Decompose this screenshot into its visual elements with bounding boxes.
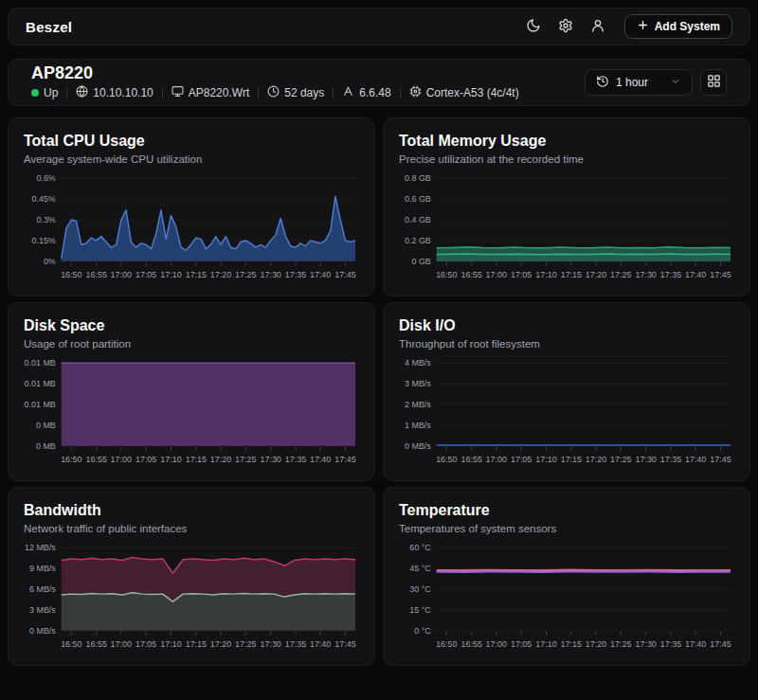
x-tick-label: 17:20	[586, 639, 606, 649]
settings-button[interactable]	[552, 13, 579, 40]
globe-icon	[76, 85, 88, 100]
chevron-down-icon	[670, 76, 681, 90]
y-tick-label: 0.01 MB	[25, 358, 56, 368]
chart-subtitle: Temperatures of system sensors	[399, 523, 734, 534]
nav-actions: Add System	[520, 13, 732, 40]
plus-icon	[637, 19, 649, 34]
s1-line	[437, 247, 731, 248]
x-tick-label: 17:45	[334, 270, 355, 279]
x-tick-label: 17:45	[334, 639, 355, 649]
cpu-usage-card: Total CPU Usage Average system-wide CPU …	[8, 117, 375, 296]
memory-usage-chart[interactable]: 0 GB0.2 GB0.4 GB0.6 GB0.8 GB16:5016:5517…	[399, 171, 734, 286]
x-tick-label: 17:25	[235, 455, 256, 464]
status-dot-icon	[31, 89, 39, 97]
chart-subtitle: Average system-wide CPU utilization	[24, 153, 359, 165]
chart-title: Total Memory Usage	[399, 132, 734, 151]
divider	[400, 87, 401, 99]
add-system-button[interactable]: Add System	[624, 14, 732, 39]
x-tick-label: 17:20	[586, 270, 606, 279]
system-info: AP8220 Up 10.10.10.10	[31, 64, 519, 101]
x-tick-label: 17:45	[710, 270, 731, 279]
chart-subtitle: Network traffic of public interfaces	[24, 523, 359, 534]
y-tick-label: 0.8 GB	[405, 173, 431, 183]
cpu-area	[62, 196, 355, 261]
x-tick-label: 16:55	[461, 270, 482, 279]
brand-logo[interactable]: Beszel	[26, 19, 72, 35]
y-tick-label: 3 MB/s	[405, 379, 431, 388]
clock-icon	[267, 85, 280, 100]
x-tick-label: 17:10	[535, 639, 556, 649]
x-tick-label: 17:20	[210, 455, 231, 464]
x-tick-label: 17:15	[561, 639, 582, 649]
x-tick-label: 17:35	[660, 455, 681, 464]
x-tick-label: 17:25	[235, 639, 256, 649]
version-icon	[342, 85, 354, 100]
y-tick-label: 60 °C	[409, 543, 431, 552]
y-tick-label: 0.6%	[36, 173, 55, 183]
y-tick-label: 15 °C	[409, 605, 431, 615]
x-tick-label: 17:00	[486, 270, 507, 279]
y-tick-label: 12 MB/s	[25, 543, 56, 552]
x-tick-label: 17:00	[486, 639, 507, 649]
x-tick-label: 17:25	[610, 455, 631, 464]
chart-title: Disk I/O	[399, 316, 734, 335]
system-cpu-model: Cortex-A53 (4c/4t)	[409, 85, 519, 100]
chart-layout-button[interactable]	[700, 69, 727, 96]
system-version: 6.6.48	[342, 85, 390, 100]
divider	[162, 87, 163, 99]
x-tick-label: 16:50	[61, 270, 81, 279]
time-range-select[interactable]: 1 hour	[585, 69, 693, 96]
x-tick-label: 16:50	[436, 639, 457, 649]
bandwidth-chart[interactable]: 0 MB/s3 MB/s6 MB/s9 MB/s12 MB/s16:5016:5…	[24, 540, 359, 655]
x-tick-label: 16:55	[86, 639, 107, 649]
x-tick-label: 16:55	[86, 270, 107, 279]
x-tick-label: 17:00	[111, 270, 132, 279]
user-menu-button[interactable]	[585, 13, 611, 40]
system-hostname: AP8220.Wrt	[171, 85, 249, 100]
disk-io-chart[interactable]: 0 MB/s1 MB/s2 MB/s3 MB/s4 MB/s16:5016:55…	[399, 355, 734, 471]
x-tick-label: 17:05	[135, 455, 156, 464]
bandwidth-card: Bandwidth Network traffic of public inte…	[8, 487, 375, 666]
received-area	[62, 593, 355, 631]
x-tick-label: 17:10	[535, 270, 556, 279]
y-tick-label: 9 MB/s	[29, 564, 56, 573]
x-tick-label: 17:30	[635, 270, 656, 279]
system-actions: 1 hour	[585, 69, 727, 96]
chart-subtitle: Usage of root partition	[24, 338, 359, 350]
x-tick-label: 17:25	[610, 270, 631, 279]
y-tick-label: 0.45%	[31, 194, 55, 204]
chart-title: Bandwidth	[24, 501, 359, 520]
y-tick-label: 0 MB/s	[29, 626, 56, 636]
history-clock-icon	[596, 75, 609, 91]
temperature-chart[interactable]: 0 °C15 °C30 °C45 °C60 °C16:5016:5517:001…	[399, 540, 734, 655]
x-tick-label: 17:35	[660, 270, 681, 279]
system-ip: 10.10.10.10	[76, 85, 153, 100]
y-tick-label: 0.2 GB	[405, 236, 431, 245]
disk-space-chart[interactable]: 0 MB0 MB0.01 MB0.01 MB0.01 MB16:5016:551…	[24, 355, 359, 471]
x-tick-label: 17:35	[285, 455, 306, 464]
x-tick-label: 16:50	[436, 270, 457, 279]
x-tick-label: 17:30	[260, 639, 280, 649]
charts-grid: Total CPU Usage Average system-wide CPU …	[8, 117, 750, 666]
x-tick-label: 17:40	[685, 639, 706, 649]
add-system-label: Add System	[655, 20, 720, 33]
y-tick-label: 0 MB/s	[405, 441, 431, 451]
x-tick-label: 17:05	[511, 639, 532, 649]
divider	[333, 87, 334, 99]
cpu-usage-chart[interactable]: 0%0.15%0.3%0.45%0.6%16:5016:5517:0017:05…	[24, 171, 359, 286]
layout-grid-icon	[707, 74, 721, 91]
x-tick-label: 17:45	[710, 639, 731, 649]
chart-title: Total CPU Usage	[24, 132, 359, 151]
status-text: Up	[44, 86, 58, 99]
time-range-value: 1 hour	[616, 76, 648, 89]
theme-toggle-button[interactable]	[520, 13, 547, 40]
x-tick-label: 17:35	[285, 639, 306, 649]
chart-subtitle: Precise utilization at the recorded time	[399, 153, 734, 165]
x-tick-label: 17:40	[310, 455, 331, 464]
x-tick-label: 17:20	[210, 639, 231, 649]
x-tick-label: 17:40	[310, 639, 331, 649]
system-name: AP8220	[31, 64, 519, 83]
y-tick-label: 6 MB/s	[29, 584, 56, 594]
moon-icon	[526, 18, 541, 36]
y-tick-label: 0.15%	[31, 236, 55, 245]
